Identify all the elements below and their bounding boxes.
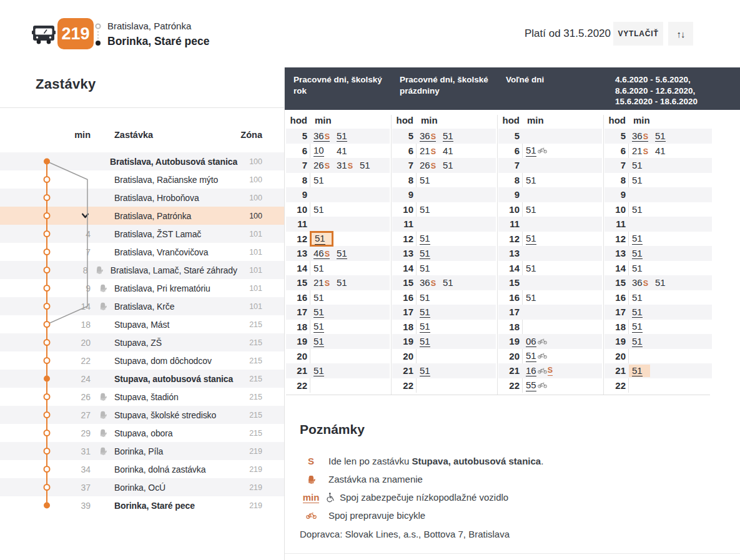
minute-cell[interactable]: 51 [420,233,441,245]
print-button[interactable]: VYTLAČIŤ [613,22,663,46]
minute-cell[interactable]: 51 [313,321,335,333]
hod-label: hod [498,115,520,125]
minute-cell[interactable]: 36S [420,130,441,142]
minute-cell[interactable]: 51 [632,336,653,348]
timetable-row: 9 [604,187,712,202]
minute-cell[interactable]: 51 [420,321,441,333]
minute-cell[interactable]: 36S [632,130,653,142]
minute-cell[interactable]: 51 [313,292,335,303]
minute-cell[interactable]: 51 [337,248,358,260]
minute-cell[interactable]: 41 [337,145,358,156]
minute-cell[interactable]: 51 [629,365,650,378]
minute-cell[interactable]: 51 [420,175,441,185]
minute-cell[interactable]: 51 [632,248,653,260]
minute-cell[interactable]: 51 [443,277,464,288]
minute-cell[interactable]: 51 [420,336,441,348]
minute-cell[interactable]: 36S [313,130,335,142]
minute-cell[interactable]: 51 [632,204,653,215]
minute-cell[interactable]: 51 [632,233,653,245]
minute-cell[interactable]: 51 [526,263,547,273]
stop-row[interactable]: 20 Stupava, ZŠ 215 [0,333,284,351]
minute-cell[interactable]: 06 [526,336,547,348]
stop-row[interactable]: 9 Bratislava, Pri krematóriu 101 [0,279,284,297]
reverse-direction-button[interactable]: ↑↓ [668,22,693,46]
minute-cell[interactable]: 51 [420,263,441,273]
minute-cell[interactable]: 36S [420,277,441,288]
stop-row[interactable]: 14 Bratislava, Krče 101 [0,297,284,315]
stop-row[interactable]: 34 Borinka, dolná zastávka 219 [0,460,284,478]
minute-cell[interactable]: 31S [337,160,358,170]
stop-row[interactable]: 37 Borinka, OcÚ 219 [0,478,284,496]
minute-cell[interactable]: 51 [420,307,441,318]
minute-cell[interactable]: 36S [632,277,653,288]
minute-cell[interactable]: 51 [526,175,547,185]
minute-cell[interactable]: 55 [526,380,547,391]
stop-row[interactable]: 26 Stupava, štadión 215 [0,388,284,406]
minute-cell[interactable]: 51 [360,160,381,170]
minute-cell[interactable]: 51 [632,263,653,273]
s-flag: S [643,147,648,156]
minute-cell[interactable]: 46S [313,248,335,260]
minute-cell[interactable]: 51 [310,231,333,247]
minute-cell[interactable]: 51 [420,365,441,377]
stop-row[interactable]: Bratislava, Patrónka 100 [0,207,284,225]
minute-cell[interactable]: 51 [313,365,335,377]
minute-cell[interactable]: 26S [420,160,441,170]
stop-row[interactable]: 27 Stupava, školské stredisko 215 [0,406,284,424]
stop-row[interactable]: 31 Borinka, Píla 219 [0,442,284,460]
timetable-row: 11 [392,217,496,232]
hour-label: 14 [392,263,413,273]
note-request-stop: Zastávka na znamenie [300,470,712,488]
minute-cell[interactable]: 51 [632,321,653,333]
minute-cell[interactable]: 51 [632,307,653,318]
timetable-row: 1251 [498,232,602,247]
minute-cell[interactable]: 51 [526,350,547,362]
minute-cell[interactable]: 41 [655,145,676,156]
minute-cell[interactable]: 51 [420,292,441,303]
stop-row[interactable]: 22 Stupava, dom dôchodcov 215 [0,351,284,370]
minute-cell[interactable]: 51 [337,277,358,288]
stop-row[interactable]: Bratislava, Račianske mýto 100 [0,170,284,189]
stop-row[interactable]: 7 Bratislava, Vrančovičova 101 [0,243,284,261]
minute-cell[interactable]: 51 [526,204,547,215]
stop-row[interactable]: Bratislava, Autobusová stanica 100 [0,152,284,170]
stop-row[interactable]: 4 Bratislava, ŽST Lamač 101 [0,225,284,243]
stop-row[interactable]: 18 Stupava, Mást 215 [0,315,284,333]
minute-cell[interactable]: 51 [420,248,441,260]
minute-cell[interactable]: 16S [526,365,553,377]
request-stop-hand-icon [91,393,114,401]
minute-cell[interactable]: 21S [632,145,653,156]
minute-cell[interactable]: 10 [313,145,335,157]
minute-cell[interactable]: 51 [526,233,547,245]
stop-row[interactable]: 8 Bratislava, Lamač, Staré záhrady 101 [0,261,284,279]
minute-cell[interactable]: 21S [420,145,441,156]
minute-cell[interactable]: 51 [313,263,335,273]
minute-cell[interactable]: 51 [313,307,335,318]
minute-cell[interactable]: 51 [655,277,676,288]
minute-cell[interactable]: 51 [632,292,653,303]
minute-cell[interactable]: 51 [313,175,335,185]
minute-cell[interactable]: 26S [313,160,335,170]
stop-row[interactable]: 39 Borinka, Staré pece 219 [0,496,284,514]
minute-cell[interactable]: 51 [655,130,676,142]
minute-cell[interactable]: 51 [313,336,335,348]
minute-cell[interactable]: 51 [337,130,358,142]
minute-cell[interactable]: 51 [632,160,653,170]
hour-label: 16 [286,292,307,303]
stop-row[interactable]: Bratislava, Hroboňova 100 [0,189,284,207]
minute-cell[interactable]: 51 [443,130,464,142]
hour-label: 22 [604,380,626,391]
minute-cell[interactable]: 51 [526,292,547,303]
minute-cell[interactable]: 51 [443,160,464,170]
hour-label: 22 [392,380,413,391]
minute-cell[interactable]: 51 [632,175,653,185]
stop-row[interactable]: 29 Stupava, obora 215 [0,424,284,442]
stop-row[interactable]: 24 Stupava, autobusová stanica 215 [0,370,284,388]
stop-zone: 101 [236,302,262,311]
minute-cell[interactable]: 51 [313,204,335,215]
minute-cell[interactable]: 51 [420,204,441,215]
minute-cell[interactable]: 51 [526,145,547,157]
minute-cell[interactable]: 41 [443,145,464,156]
minute-cell[interactable]: 21S [313,277,335,288]
stop-zone: 100 [236,194,262,202]
